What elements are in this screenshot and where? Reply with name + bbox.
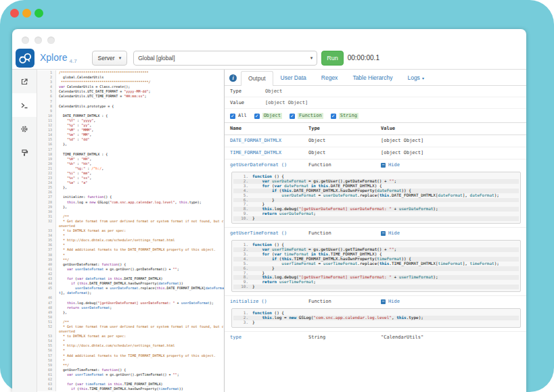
result-name-link[interactable]: DATE_FORMAT_DHTMLX	[230, 138, 281, 143]
function-source-block: 1.function () {2. var userDateFormat = g…	[231, 172, 521, 224]
line-number: 49	[37, 310, 56, 315]
line-code: /***************************************…	[56, 70, 224, 75]
editor-line: 63 for (var timeFormat in this.TIME_FORM…	[37, 382, 224, 387]
filter-function[interactable]: ✓Function	[290, 113, 323, 119]
editor-line: 56 *	[37, 348, 224, 353]
source-line-number: 8.	[233, 207, 252, 212]
line-number: 55	[37, 343, 56, 348]
result-type-cell: Function	[303, 296, 375, 308]
editor-line: 54 *	[37, 339, 224, 343]
line-code: "%Y" : "yyyy",	[56, 118, 224, 123]
line-number: 29	[37, 205, 56, 210]
type-filter-row: ✓All✓Object✓Function✓String	[225, 109, 526, 122]
result-name-cell: getUserDateFormat ()	[225, 160, 303, 172]
summary-label: Type	[230, 89, 265, 94]
line-number: 16	[37, 142, 56, 147]
source-line: 7. }	[233, 202, 519, 207]
result-name-link[interactable]: getUserTimeFormat ()	[230, 230, 287, 236]
line-number: 42	[37, 272, 56, 276]
server-select[interactable]: Server ▾	[92, 51, 128, 66]
filter-label: String	[339, 113, 359, 119]
line-code: * http://docs.dhtmlx.com/scheduler/setti…	[56, 238, 224, 243]
summary-row: TypeObject	[225, 86, 526, 97]
hide-toggle[interactable]: −Hide	[381, 299, 400, 305]
result-type-cell: Function	[303, 160, 375, 172]
line-code	[56, 210, 224, 214]
traffic-light-minimize[interactable]	[22, 9, 31, 18]
info-icon[interactable]: i	[229, 74, 237, 82]
editor-line: 20 "%h" : "hh",	[37, 162, 224, 166]
column-header: Name	[225, 123, 303, 135]
editor-line: 42	[37, 272, 224, 276]
summary-value: Object	[265, 89, 282, 94]
filter-all[interactable]: ✓All	[230, 113, 247, 119]
editor-line: 14 "%m" : "MM",	[37, 132, 224, 137]
source-line-code: }	[252, 266, 519, 271]
paint-format-icon[interactable]	[12, 141, 37, 164]
line-code: "%m" : "MM",	[56, 132, 224, 137]
line-number: 24	[37, 180, 56, 185]
tab-output[interactable]: Output	[241, 71, 273, 86]
code-editor[interactable]: 1/**************************************…	[37, 70, 225, 392]
line-number: 38	[37, 253, 56, 258]
filter-object[interactable]: ✓Object	[254, 113, 282, 119]
tab-regex[interactable]: Regex	[314, 70, 346, 85]
line-code: * Add additional formats to the DATE_FOR…	[56, 247, 224, 252]
line-code: },	[56, 205, 224, 210]
line-code: "%i" : "mm",	[56, 171, 224, 176]
line-number: 4	[37, 84, 56, 89]
summary-row: Value[object Object]	[225, 97, 526, 109]
line-code: CalendarUtils.prototype = {	[56, 104, 224, 109]
tab-user-data[interactable]: User Data	[273, 70, 314, 85]
scope-value: Global [global]	[138, 55, 175, 62]
editor-line: 22 "%i" : "mm",	[37, 171, 224, 176]
checkbox-checked-icon[interactable]: ✓	[290, 114, 295, 119]
line-number: 35	[37, 238, 56, 243]
summary-value: [object Object]	[265, 100, 308, 105]
checkbox-checked-icon[interactable]: ✓	[254, 114, 260, 119]
result-name-link[interactable]: TIME_FORMAT_DHTMLX	[230, 150, 281, 155]
line-code: "%g:" : /^h:/,	[56, 166, 224, 171]
traffic-light-close[interactable]	[10, 9, 19, 18]
open-in-new-icon[interactable]	[12, 70, 37, 93]
source-line-code: }	[252, 198, 519, 203]
tab-bar: iOutputUser DataRegexTable HierarchyLogs…	[225, 70, 526, 86]
filter-string[interactable]: ✓String	[331, 113, 359, 119]
line-number: 12	[37, 123, 56, 128]
hide-label: Hide	[388, 299, 400, 305]
browser-frame: Xplore4.7 Server ▾ Global [global] ▾ Run…	[0, 0, 554, 392]
result-name-link[interactable]: initialize ()	[230, 299, 267, 304]
line-number: 40	[37, 262, 56, 267]
line-number: 1	[37, 70, 56, 75]
traffic-light-zoom[interactable]	[34, 9, 43, 18]
line-number: 31	[37, 214, 56, 219]
source-line-code: function () {	[252, 174, 519, 179]
checkbox-checked-icon[interactable]: ✓	[331, 114, 336, 119]
editor-line: 59 **/	[37, 363, 224, 368]
tab-table-hierarchy[interactable]: Table Hierarchy	[345, 70, 400, 85]
result-name-cell: TIME_FORMAT_DHTMLX	[225, 147, 303, 160]
line-number: 46	[37, 295, 56, 300]
line-number: 36	[37, 243, 56, 247]
result-name-link[interactable]: getUserDateFormat ()	[230, 162, 287, 168]
hide-toggle[interactable]: −Hide	[381, 230, 400, 237]
output-table-header: NameTypeValue	[225, 123, 526, 135]
source-line-code: }	[252, 320, 519, 325]
hide-toggle[interactable]: −Hide	[381, 162, 400, 168]
source-line-number: 2.	[233, 316, 252, 320]
gear-icon[interactable]	[12, 117, 37, 141]
run-button[interactable]: Run	[321, 51, 344, 66]
tab-logs[interactable]: Logs▾	[400, 70, 431, 85]
source-line-number: 4.	[233, 257, 252, 262]
scope-combobox[interactable]: Global [global] ▾	[133, 51, 317, 66]
caret-down-icon: ▾	[422, 76, 424, 80]
source-line-number: 7.	[233, 202, 252, 207]
line-number: 56	[37, 348, 56, 353]
line-code: * http://docs.dhtmlx.com/scheduler/setti…	[56, 343, 224, 348]
checkbox-checked-icon[interactable]: ✓	[230, 114, 235, 119]
console-icon[interactable]	[12, 93, 37, 117]
result-value-cell: "CalendarUtils"	[375, 331, 526, 343]
result-name-link[interactable]: type	[230, 335, 241, 340]
source-line-code: return userDateFormat;	[252, 212, 519, 216]
summary-label: Value	[230, 100, 265, 105]
